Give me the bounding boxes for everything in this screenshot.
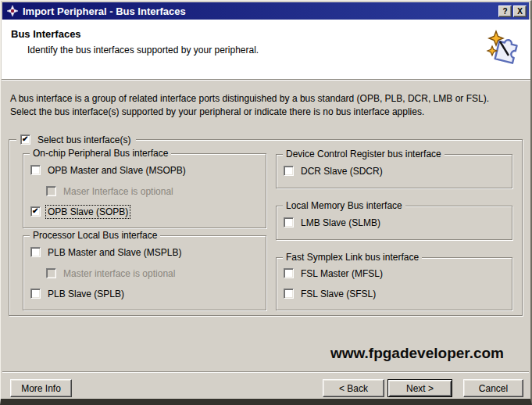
checkbox-label: LMB Slave (SLMB) [299, 217, 382, 229]
checkbox-plb-slave[interactable]: PLB Slave (SPLB) [30, 288, 126, 299]
checkbox-label: Select bus interface(s) [36, 134, 132, 146]
page-subtitle: Identify the bus interfaces supported by… [27, 45, 259, 56]
checkbox-box[interactable] [30, 206, 41, 217]
more-info-button[interactable]: More Info [10, 379, 72, 397]
import-peripheral-dialog: Import Peripheral - Bus Interfaces ? X B… [0, 0, 532, 405]
checkbox-plb-master-optional: Master interface is optional [46, 267, 177, 279]
checkbox-fsl-slave[interactable]: FSL Slave (SFSL) [284, 288, 377, 299]
groupbox-title: Fast Symplex Link bus interface [283, 252, 422, 263]
checkbox-label: Maser Interface is optional [62, 185, 175, 198]
groupbox-title: Processor Local Bus interface [30, 230, 160, 241]
help-button[interactable]: ? [498, 5, 512, 17]
footer-separator [2, 371, 529, 373]
checkbox-opb-slave[interactable]: OPB Slave (SOPB) [30, 206, 130, 217]
cancel-button[interactable]: Cancel [463, 379, 523, 397]
help-icon: ? [502, 7, 507, 16]
checkbox-opb-master-and-slave[interactable]: OPB Master and Slave (MSOPB) [30, 164, 187, 176]
close-icon: X [517, 7, 523, 16]
puzzle-wizard-icon [485, 29, 523, 66]
checkbox-label: FSL Slave (SFSL) [299, 288, 377, 300]
checkbox-lmb-slave[interactable]: LMB Slave (SLMB) [284, 217, 382, 228]
wizard-icon [6, 5, 19, 17]
checkbox-box[interactable] [284, 268, 294, 278]
groupbox-title: On-chip Peripheral Bus interface [30, 148, 171, 159]
checkbox-box[interactable] [284, 166, 294, 176]
checkbox-box[interactable] [20, 134, 30, 145]
wizard-header: Bus Interfaces Identify the bus interfac… [2, 20, 530, 80]
checkbox-box[interactable] [30, 289, 41, 299]
checkbox-box [46, 268, 56, 278]
checkbox-label: Master interface is optional [62, 267, 177, 280]
checkbox-box[interactable] [30, 165, 41, 175]
checkbox-fsl-master[interactable]: FSL Master (MFSL) [284, 267, 384, 279]
checkbox-label: FSL Master (MFSL) [299, 267, 384, 280]
back-button[interactable]: < Back [323, 379, 384, 397]
checkbox-box [46, 186, 56, 196]
checkbox-box[interactable] [284, 289, 294, 299]
watermark-text: www.fpgadeveloper.com [330, 345, 504, 362]
checkbox-select-bus-interfaces[interactable]: Select bus interface(s) [16, 134, 136, 145]
fsl-groupbox: Fast Symplex Link bus interface [276, 257, 512, 310]
checkbox-label: OPB Master and Slave (MSOPB) [46, 164, 187, 177]
checkbox-dcr-slave[interactable]: DCR Slave (SDCR) [284, 165, 384, 177]
checkbox-label: DCR Slave (SDCR) [299, 165, 384, 177]
checkbox-label: PLB Master and Slave (MSPLB) [46, 246, 183, 259]
titlebar[interactable]: Import Peripheral - Bus Interfaces ? X [2, 2, 529, 20]
window-title: Import Peripheral - Bus Interfaces [23, 5, 495, 17]
intro-text: A bus interface is a group of related in… [10, 92, 512, 119]
checkbox-box[interactable] [30, 247, 41, 257]
checkbox-label: PLB Slave (SPLB) [46, 288, 126, 300]
checkbox-label: OPB Slave (SOPB) [46, 206, 130, 218]
next-button[interactable]: Next > [387, 379, 452, 397]
checkbox-plb-master-and-slave[interactable]: PLB Master and Slave (MSPLB) [30, 246, 183, 258]
checkbox-opb-master-optional: Maser Interface is optional [46, 185, 175, 197]
page-title: Bus Interfaces [11, 28, 81, 40]
close-button[interactable]: X [513, 5, 527, 17]
checkbox-box[interactable] [284, 217, 294, 228]
groupbox-title: Local Memory Bus interface [283, 200, 405, 211]
groupbox-title: Device Control Register bus interface [283, 149, 445, 159]
